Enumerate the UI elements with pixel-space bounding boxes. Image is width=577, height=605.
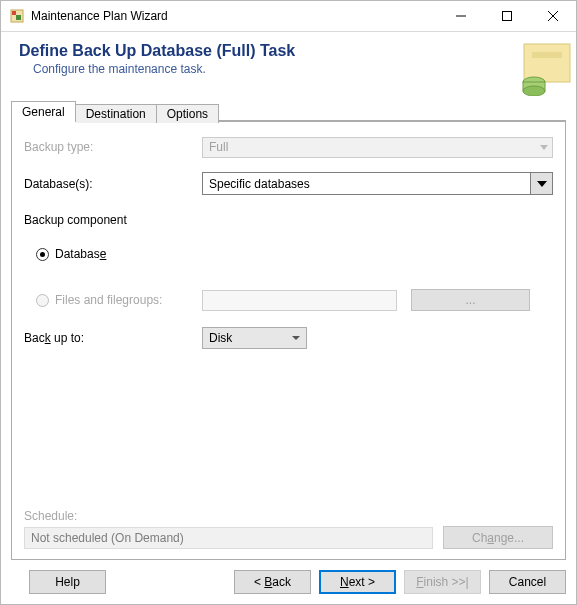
backup-type-value: Full: [209, 140, 228, 154]
help-button[interactable]: Help: [29, 570, 106, 594]
databases-dropdown-button[interactable]: [530, 173, 552, 194]
radio-database-label: Database: [55, 247, 106, 261]
next-button[interactable]: Next >: [319, 570, 396, 594]
databases-label: Database(s):: [24, 177, 202, 191]
tab-options-label: Options: [167, 107, 208, 121]
change-schedule-button: Change...: [443, 526, 553, 549]
chevron-down-icon: [292, 336, 300, 340]
databases-value: Specific databases: [209, 177, 530, 191]
chevron-down-icon: [540, 145, 548, 150]
svg-rect-8: [532, 52, 562, 58]
tab-general-label: General: [22, 105, 65, 119]
svg-rect-2: [16, 15, 21, 20]
app-icon: [9, 8, 25, 24]
svg-point-11: [523, 86, 545, 96]
radio-filegroups-label: Files and filegroups:: [55, 293, 162, 307]
help-label: Help: [55, 575, 80, 589]
backup-type-label: Backup type:: [24, 140, 202, 154]
svg-rect-4: [503, 12, 512, 21]
databases-combo[interactable]: Specific databases: [202, 172, 553, 195]
back-button[interactable]: < Back: [234, 570, 311, 594]
svg-rect-1: [12, 11, 16, 15]
back-label: < Back: [254, 575, 291, 589]
filegroups-browse-button: ...: [411, 289, 530, 311]
tab-strip: General Destination Options: [11, 97, 566, 121]
wizard-footer: Help < Back Next > Finish >>| Cancel: [11, 570, 566, 594]
radio-database[interactable]: [36, 248, 49, 261]
finish-label: Finish >>|: [416, 575, 469, 589]
page-subtitle: Configure the maintenance task.: [33, 62, 514, 76]
schedule-input: Not scheduled (On Demand): [24, 527, 433, 549]
title-bar: Maintenance Plan Wizard: [1, 1, 576, 32]
backup-component-label: Backup component: [24, 213, 127, 227]
back-up-to-label: Back up to:: [24, 331, 202, 345]
radio-dot-icon: [40, 252, 45, 257]
minimize-button[interactable]: [438, 1, 484, 31]
tab-panel-general: Backup type: Full Database(s): Specific …: [11, 121, 566, 560]
change-label: Change...: [472, 531, 524, 545]
tab-general[interactable]: General: [11, 101, 76, 122]
radio-filegroups: [36, 294, 49, 307]
close-button[interactable]: [530, 1, 576, 31]
schedule-value: Not scheduled (On Demand): [31, 531, 184, 545]
page-title: Define Back Up Database (Full) Task: [19, 42, 514, 60]
maximize-button[interactable]: [484, 1, 530, 31]
tab-destination-label: Destination: [86, 107, 146, 121]
ellipsis-label: ...: [465, 293, 475, 307]
triangle-down-icon: [537, 181, 547, 187]
filegroups-input: [202, 290, 397, 311]
back-up-to-combo[interactable]: Disk: [202, 327, 307, 349]
header-graphic-icon: [514, 42, 576, 96]
finish-button: Finish >>|: [404, 570, 481, 594]
next-label: Next >: [340, 575, 375, 589]
cancel-label: Cancel: [509, 575, 546, 589]
wizard-header: Define Back Up Database (Full) Task Conf…: [1, 32, 576, 104]
tab-destination[interactable]: Destination: [76, 104, 157, 123]
backup-type-combo: Full: [202, 137, 553, 158]
tab-options[interactable]: Options: [157, 104, 219, 123]
cancel-button[interactable]: Cancel: [489, 570, 566, 594]
svg-rect-7: [524, 44, 570, 82]
window-title: Maintenance Plan Wizard: [31, 9, 438, 23]
back-up-to-value: Disk: [209, 331, 232, 345]
schedule-label: Schedule:: [24, 509, 553, 523]
